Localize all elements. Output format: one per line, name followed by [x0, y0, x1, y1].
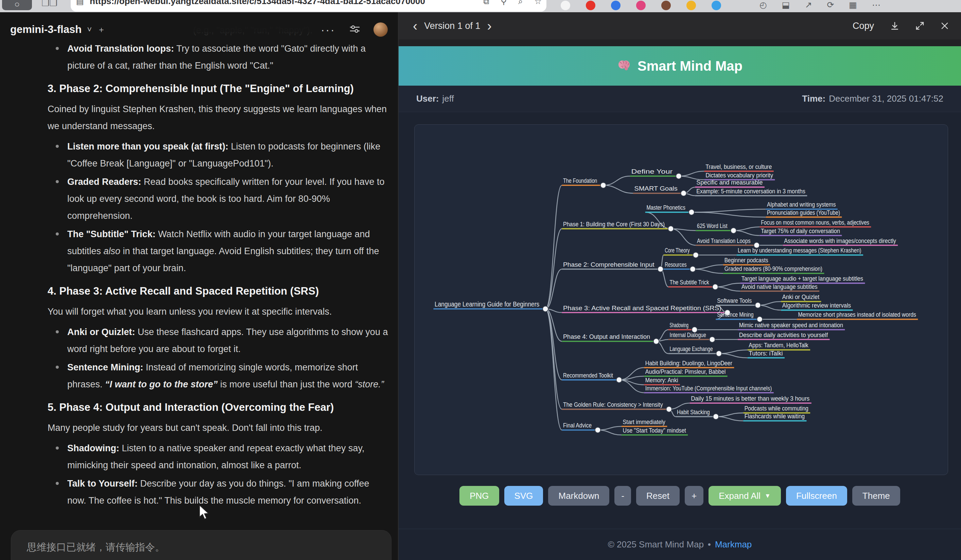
address-bar[interactable]: ▤ https://open-webui.yangtzeaidata.site/…: [71, 0, 546, 11]
version-label: Version 1 of 1: [424, 21, 480, 31]
mindmap-toggle-circle[interactable]: [755, 302, 760, 308]
extension-icon[interactable]: [586, 1, 595, 10]
mindmap-toggle-circle[interactable]: [693, 252, 698, 258]
mindmap-toggle-circle[interactable]: [657, 266, 663, 272]
mindmap-node-label: Shadowing: [669, 322, 688, 329]
split-view-icon[interactable]: ⧉: [483, 0, 489, 6]
theme-button[interactable]: Theme: [852, 486, 900, 505]
link-icon[interactable]: ⚲: [501, 0, 507, 6]
more-icon[interactable]: ⋯: [872, 0, 881, 10]
search-icon[interactable]: ⌕: [518, 0, 522, 6]
chevron-down-icon[interactable]: ˅: [87, 25, 92, 34]
url-text[interactable]: https://open-webui.yangtzeaidata.site/c/…: [90, 0, 425, 6]
fullscreen-button[interactable]: Fullscreen: [786, 486, 847, 505]
mindmap-edge: [691, 212, 766, 217]
mindmap-node-label: Focus on most common nouns, verbs, adjec…: [761, 219, 869, 226]
avatar[interactable]: [373, 22, 388, 37]
tab-overview-icon[interactable]: ❐❐: [42, 0, 58, 8]
extension-icon[interactable]: [611, 1, 620, 10]
refresh-icon[interactable]: ⟳: [827, 0, 834, 10]
mindmap-node-label: Define Your: [632, 168, 673, 175]
page-info-icon[interactable]: ▤: [76, 0, 84, 6]
mindmap-toggle-circle[interactable]: [713, 284, 718, 290]
mindmap-node-label: Sentence Mining: [717, 311, 754, 318]
mindmap-edge: [545, 309, 562, 430]
mindmap-node-label: Memory: Anki: [645, 377, 678, 383]
text-segment: Listen more than you speak (at first):: [67, 141, 228, 152]
mindmap-toggle-circle[interactable]: [543, 306, 548, 312]
mindmap-toggle-circle[interactable]: [676, 173, 681, 179]
artifact-header: ‹ Version 1 of 1 › Copy: [399, 12, 961, 39]
mindmap-banner: Smart Mind Map: [399, 46, 961, 86]
--button[interactable]: -: [614, 486, 631, 505]
copy-button[interactable]: Copy: [853, 21, 874, 31]
mindmap-node-label: Pronunciation guides (YouTube): [767, 209, 840, 216]
mindmap-node-label: Immersion: YouTube (Comprehensible Input…: [645, 385, 772, 392]
mindmap-toggle-circle[interactable]: [666, 406, 672, 412]
mindmap-edge: [598, 430, 622, 435]
text-segment: Many people study for years but can't sp…: [48, 423, 323, 433]
mindmap-node-label: 625 Word List: [697, 223, 728, 229]
mindmap-canvas[interactable]: Language Learning Guide for BeginnersThe…: [414, 124, 948, 475]
mindmap-node-label: Flashcards while waiting: [744, 413, 805, 420]
mindmap-footer: © 2025 Smart Mind Map • Markmap: [399, 529, 961, 560]
mindmap-toggle-circle[interactable]: [668, 226, 673, 232]
mindmap-toggle-circle[interactable]: [681, 190, 686, 196]
extension-icon[interactable]: [712, 1, 721, 10]
mindmap-node-label: Associate words with images/concepts dir…: [784, 237, 896, 244]
model-selector[interactable]: gemini-3-flash: [10, 24, 82, 36]
mindmap-node-label: Dictates vocabulary priority: [705, 172, 773, 179]
new-chat-icon[interactable]: ＋: [97, 24, 105, 35]
mindmap-node-label: Learn by understanding messages (Stephen…: [738, 247, 861, 254]
mindmap-node-label: Target 75% of daily conversation: [761, 228, 840, 234]
extension-icon[interactable]: [561, 1, 570, 10]
mindmap-toggle-circle[interactable]: [690, 266, 695, 272]
mindmap-edge: [734, 227, 760, 231]
chat-input[interactable]: 思维接口已就绪，请传输指令。: [11, 530, 392, 560]
markmap-link[interactable]: Markmap: [715, 539, 752, 550]
controls-sliders-icon[interactable]: [349, 23, 360, 36]
mindmap-toggle-circle[interactable]: [716, 351, 722, 356]
history-icon[interactable]: ◴: [760, 0, 767, 10]
text-segment: Sentence Mining:: [67, 362, 143, 372]
share-icon[interactable]: ↗: [805, 0, 812, 10]
download-icon[interactable]: [890, 21, 900, 31]
mindmap-toggle-circle[interactable]: [731, 228, 736, 233]
png-button[interactable]: PNG: [460, 486, 499, 505]
extension-icon[interactable]: [636, 1, 646, 10]
mindmap-toggle-circle[interactable]: [616, 377, 622, 383]
extension-icon[interactable]: [661, 1, 671, 10]
text-segment: 5. Phase 4: Output and Interaction (Over…: [48, 401, 334, 413]
mindmap-toggle-circle[interactable]: [710, 337, 715, 343]
browser-toolbar-icons[interactable]: ◴ ⬓ ↗ ⟳ ▦ ⋯: [760, 0, 881, 10]
expand-icon[interactable]: [915, 21, 925, 31]
close-icon[interactable]: [940, 21, 950, 30]
mindmap-toggle-circle[interactable]: [757, 316, 762, 322]
mindmap-toggle-circle[interactable]: [713, 414, 718, 420]
bullet-dot: [56, 366, 59, 369]
bookmark-icon[interactable]: ☆: [534, 0, 542, 6]
mindmap-edge: [669, 403, 690, 409]
extension-icon[interactable]: [686, 1, 696, 10]
extension-icons[interactable]: [561, 1, 721, 10]
browser-back-button[interactable]: ○: [2, 0, 32, 10]
mindmap-toggle-circle[interactable]: [689, 209, 694, 215]
reset-button[interactable]: Reset: [636, 486, 680, 505]
next-version-button[interactable]: ›: [482, 19, 496, 33]
svg-button[interactable]: SVG: [504, 486, 543, 505]
text-segment: Coined by linguist Stephen Krashen, this…: [48, 104, 387, 131]
markdown-button[interactable]: Markdown: [548, 486, 609, 505]
mindmap-toggle-circle[interactable]: [595, 427, 601, 433]
chat-message-area[interactable]: (e.g., "apple," "run," "happy"). Avoid T…: [48, 22, 389, 552]
expand-all-button[interactable]: Expand All▼: [709, 486, 781, 505]
apps-grid-icon[interactable]: ▦: [849, 0, 857, 10]
more-options-icon[interactable]: ···: [321, 23, 336, 36]
mindmap-toggle-circle[interactable]: [601, 183, 606, 188]
panel-icon[interactable]: ⬓: [782, 0, 790, 10]
mouse-cursor: [198, 504, 211, 523]
mindmap-node-label: Resources: [665, 261, 686, 268]
mindmap-toggle-circle[interactable]: [654, 339, 659, 344]
previous-version-button[interactable]: ‹: [408, 19, 422, 33]
mindmap-edge: [693, 269, 723, 274]
--button[interactable]: +: [685, 486, 704, 505]
